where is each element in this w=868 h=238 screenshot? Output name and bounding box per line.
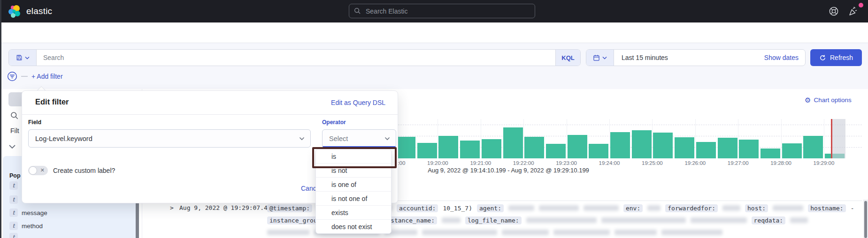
redacted-value bbox=[584, 205, 619, 211]
operator-option-exists[interactable]: exists bbox=[316, 205, 391, 219]
global-search-input[interactable] bbox=[365, 7, 530, 15]
redacted-value bbox=[661, 230, 722, 235]
filter-bar: + Add filter bbox=[7, 71, 63, 82]
x-axis-tick: 19:24:00 bbox=[595, 160, 623, 166]
redacted-value bbox=[508, 205, 534, 211]
query-search-input[interactable] bbox=[37, 54, 555, 61]
chart-options-button[interactable]: ⚙ Chart options bbox=[805, 97, 852, 104]
redacted-value bbox=[422, 230, 497, 235]
saved-query-menu-button[interactable] bbox=[9, 50, 37, 66]
redacted-value bbox=[526, 217, 597, 223]
redacted-value bbox=[647, 205, 661, 211]
operator-options-list: isis notis one ofis not one ofexistsdoes… bbox=[315, 149, 392, 234]
field-combobox[interactable]: Log-Level.keyword bbox=[28, 129, 311, 148]
time-range-value[interactable]: Last 15 minutes bbox=[614, 54, 676, 61]
newsfeed-icon[interactable] bbox=[847, 5, 860, 17]
window-edge bbox=[0, 0, 1, 238]
field-badge: @timestamp: bbox=[267, 204, 312, 212]
add-filter-button[interactable]: + Add filter bbox=[31, 73, 63, 80]
field-combobox-value: Log-Level.keyword bbox=[35, 135, 92, 142]
sidebar-field-item[interactable]: tmessage bbox=[9, 208, 47, 217]
x-axis-tick: 19:21:00 bbox=[467, 160, 495, 166]
histogram-bar bbox=[546, 144, 566, 158]
global-header: elastic bbox=[0, 0, 868, 22]
histogram-bar bbox=[760, 149, 780, 158]
operator-option-is[interactable]: is bbox=[316, 149, 391, 163]
histogram-bar bbox=[482, 139, 501, 158]
histogram-bar bbox=[739, 140, 759, 158]
field-search-icon[interactable] bbox=[10, 112, 19, 120]
field-type-badge: t bbox=[9, 233, 18, 238]
sidebar-field-item[interactable]: tmethod bbox=[9, 221, 43, 231]
x-axis-tick: 19:28:00 bbox=[767, 160, 795, 166]
field-badge: log_file_name: bbox=[465, 216, 522, 224]
histogram-bar bbox=[718, 138, 737, 158]
chart-gridline-vertical bbox=[738, 119, 738, 158]
elastic-logo-icon bbox=[8, 4, 22, 18]
chart-gridline-vertical bbox=[781, 119, 782, 158]
sidebar-field-item[interactable]: t bbox=[9, 195, 22, 204]
operator-option-is-one-of[interactable]: is one of bbox=[316, 177, 391, 191]
show-dates-button[interactable]: Show dates bbox=[764, 54, 805, 61]
sidebar-scrollbar[interactable] bbox=[136, 199, 139, 238]
x-axis-tick: 19:20:00 bbox=[423, 160, 452, 166]
edit-as-query-dsl-link[interactable]: Edit as Query DSL bbox=[331, 99, 385, 106]
custom-label-toggle[interactable]: ✕ bbox=[28, 166, 48, 175]
expand-row-chevron[interactable]: > bbox=[170, 204, 174, 211]
search-icon bbox=[354, 7, 361, 15]
operator-option-does-not-exist[interactable]: does not exist bbox=[316, 219, 391, 233]
gear-icon: ⚙ bbox=[805, 97, 811, 104]
date-picker: Last 15 minutes Show dates bbox=[586, 49, 806, 66]
query-language-badge[interactable]: KQL bbox=[555, 50, 580, 66]
redacted-value bbox=[442, 217, 461, 223]
table-scrollbar-thumb[interactable] bbox=[864, 201, 867, 238]
field-badge: env: bbox=[623, 204, 643, 212]
x-axis-tick: 19:27:00 bbox=[724, 160, 752, 166]
histogram-bar bbox=[610, 132, 630, 158]
operator-option-is-not-one-of[interactable]: is not one of bbox=[316, 191, 391, 205]
discover-page: elastic D Discover bbox=[0, 0, 868, 238]
query-bar: KQL bbox=[8, 49, 581, 66]
help-icon[interactable] bbox=[828, 5, 840, 17]
redacted-value bbox=[539, 205, 579, 211]
refresh-button[interactable]: Refresh bbox=[810, 49, 862, 66]
field-badge: hostname: bbox=[808, 204, 845, 212]
chevron-down-icon bbox=[299, 137, 305, 141]
sidebar-field-item[interactable]: t bbox=[9, 181, 22, 190]
field-type-badge: t bbox=[9, 181, 18, 190]
chevron-down-icon[interactable] bbox=[8, 144, 16, 149]
histogram-bar bbox=[438, 136, 458, 158]
field-label: method bbox=[22, 223, 43, 230]
field-type-badge: t bbox=[9, 208, 18, 217]
popular-fields-heading: Pop bbox=[9, 172, 21, 179]
redacted-value bbox=[267, 230, 309, 235]
filter-by-type-control[interactable]: Filt bbox=[10, 127, 19, 134]
histogram-bar bbox=[589, 144, 608, 158]
field-badge: reqdata: bbox=[752, 216, 786, 224]
toggle-knob bbox=[29, 166, 37, 175]
redacted-value bbox=[773, 205, 803, 211]
calendar-menu-button[interactable] bbox=[586, 50, 614, 66]
field-label: Field bbox=[28, 119, 41, 126]
global-search-box[interactable] bbox=[349, 4, 535, 18]
filter-icon[interactable] bbox=[7, 71, 17, 82]
x-axis-tick: 19:29:00 bbox=[810, 160, 838, 166]
redacted-value bbox=[722, 205, 740, 211]
chart-gridline-vertical bbox=[824, 119, 824, 158]
x-axis-tick: 19:25:00 bbox=[638, 160, 666, 166]
sidebar-field-item[interactable]: t bbox=[9, 232, 22, 238]
operator-option-is-not[interactable]: is not bbox=[316, 163, 391, 177]
chevron-down-icon bbox=[25, 56, 30, 60]
elastic-logo[interactable]: elastic bbox=[8, 4, 52, 18]
histogram-bar bbox=[396, 137, 415, 158]
partial-bucket-overlay bbox=[832, 119, 845, 158]
notification-dot bbox=[859, 3, 863, 7]
chart-gridline-vertical bbox=[609, 119, 610, 158]
chevron-down-icon bbox=[384, 137, 390, 141]
current-time-marker bbox=[831, 119, 832, 158]
field-value: - bbox=[851, 205, 854, 212]
histogram-bar bbox=[675, 137, 694, 158]
histogram-bar bbox=[782, 143, 802, 158]
operator-combobox[interactable]: Select bbox=[322, 129, 396, 148]
toggle-off-x-icon: ✕ bbox=[40, 167, 45, 173]
